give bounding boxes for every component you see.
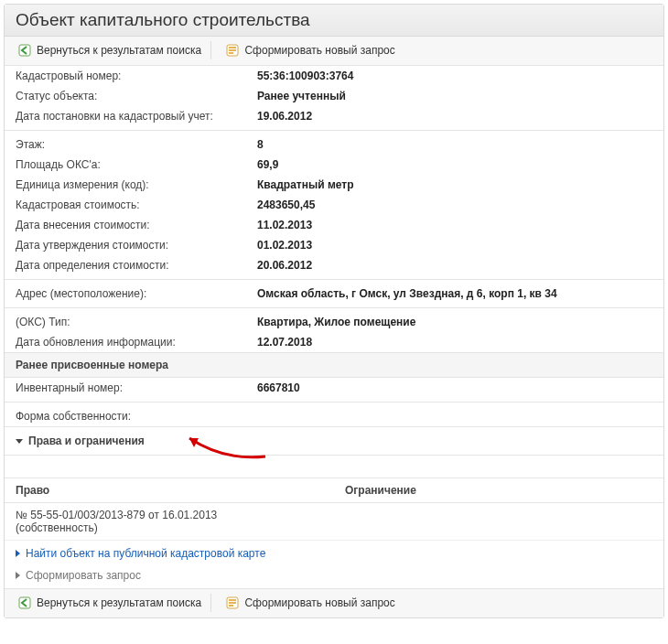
- fields-block2: Этаж:8 Площадь ОКС'а:69,9 Единица измере…: [5, 134, 663, 275]
- chevron-right-icon: [16, 572, 20, 579]
- divider: [5, 307, 663, 308]
- field-label: Форма собственности:: [5, 406, 246, 426]
- right-entry-number: № 55-55-01/003/2013-879 от 16.01.2013: [16, 509, 652, 521]
- field-row: Дата утверждения стоимости:01.02.2013: [5, 235, 663, 255]
- back-to-results-button[interactable]: Вернуться к результатам поиска: [12, 41, 211, 59]
- field-label: Кадастровый номер:: [5, 66, 246, 86]
- field-label: Адрес (местоположение):: [5, 284, 246, 304]
- toolbar-bottom: Вернуться к результатам поиска Сформиров…: [5, 588, 663, 617]
- new-request-label: Сформировать новый запрос: [244, 596, 394, 609]
- field-label: Дата определения стоимости:: [5, 255, 246, 275]
- right-entry: № 55-55-01/003/2013-879 от 16.01.2013 (с…: [5, 503, 663, 541]
- field-label: Дата внесения стоимости:: [5, 215, 246, 235]
- field-row: Единица измерения (код):Квадратный метр: [5, 175, 663, 195]
- field-value: Квартира, Жилое помещение: [246, 312, 663, 332]
- field-row: Площадь ОКС'а:69,9: [5, 155, 663, 175]
- title-bar: Объект капитального строительства: [5, 5, 663, 37]
- back-arrow-icon: [17, 596, 32, 610]
- section-previous-numbers: Ранее присвоенные номера: [5, 352, 663, 378]
- field-row: Дата обновления информации:12.07.2018: [5, 332, 663, 352]
- back-label: Вернуться к результатам поиска: [37, 596, 201, 609]
- links: Найти объект на публичной кадастровой ка…: [5, 541, 663, 588]
- field-label: Единица измерения (код):: [5, 175, 246, 195]
- divider: [5, 130, 663, 131]
- field-label: Дата утверждения стоимости:: [5, 235, 246, 255]
- accordion-rights[interactable]: Права и ограничения: [5, 426, 663, 455]
- divider: [5, 402, 663, 402]
- divider: [5, 279, 663, 280]
- field-value: 6667810: [246, 378, 663, 398]
- field-row: Форма собственности:: [5, 406, 663, 426]
- new-request-button[interactable]: Сформировать новый запрос: [220, 41, 404, 59]
- field-row: Инвентарный номер:6667810: [5, 378, 663, 398]
- field-value: 11.02.2013: [246, 215, 663, 235]
- field-label: (ОКС) Тип:: [5, 312, 246, 332]
- chevron-down-icon: [16, 439, 23, 444]
- right-entry-type: (собственность): [16, 521, 652, 534]
- field-value: 19.06.2012: [246, 106, 663, 126]
- chevron-right-icon: [16, 550, 20, 557]
- page-title: Объект капитального строительства: [16, 10, 652, 30]
- fields-main: Кадастровый номер:55:36:100903:3764 Стат…: [5, 66, 663, 126]
- field-row: Статус объекта:Ранее учтенный: [5, 86, 663, 106]
- back-to-results-button[interactable]: Вернуться к результатам поиска: [12, 594, 211, 612]
- toolbar-top: Вернуться к результатам поиска Сформиров…: [5, 37, 663, 66]
- rights-header-row: Право Ограничение: [5, 478, 663, 503]
- accordion-rights-label: Права и ограничения: [28, 435, 145, 447]
- field-row: Дата постановки на кадастровый учет:19.0…: [5, 106, 663, 126]
- field-value: 20.06.2012: [246, 255, 663, 275]
- field-row: Этаж:8: [5, 134, 663, 155]
- field-value: 55:36:100903:3764: [246, 66, 663, 86]
- field-value: [246, 406, 663, 426]
- field-label: Инвентарный номер:: [5, 378, 246, 398]
- spacer: [5, 455, 663, 478]
- field-row: Кадастровый номер:55:36:100903:3764: [5, 66, 663, 86]
- field-value: Квадратный метр: [246, 175, 663, 195]
- new-request-icon: [225, 596, 240, 610]
- new-request-icon: [225, 43, 240, 58]
- field-value: 2483650,45: [246, 195, 663, 215]
- field-value: 69,9: [246, 155, 663, 175]
- field-row: Адрес (местоположение):Омская область, г…: [5, 284, 663, 304]
- field-value: 8: [246, 134, 663, 155]
- back-label: Вернуться к результатам поиска: [37, 44, 201, 57]
- find-on-map-label: Найти объект на публичной кадастровой ка…: [26, 547, 265, 560]
- col-restriction: Ограничение: [334, 478, 663, 503]
- field-row: (ОКС) Тип:Квартира, Жилое помещение: [5, 312, 663, 332]
- new-request-button[interactable]: Сформировать новый запрос: [220, 594, 404, 612]
- field-label: Дата постановки на кадастровый учет:: [5, 106, 246, 126]
- field-label: Площадь ОКС'а:: [5, 155, 246, 175]
- field-value: Омская область, г Омск, ул Звездная, д 6…: [246, 284, 663, 304]
- field-row: Дата внесения стоимости:11.02.2013: [5, 215, 663, 235]
- fields-block3: Адрес (местоположение):Омская область, г…: [5, 284, 663, 304]
- rights-table: Право Ограничение № 55-55-01/003/2013-87…: [5, 478, 663, 541]
- field-label: Статус объекта:: [5, 86, 246, 106]
- field-value: 01.02.2013: [246, 235, 663, 255]
- field-label: Дата обновления информации:: [5, 332, 246, 352]
- field-row: Дата определения стоимости:20.06.2012: [5, 255, 663, 275]
- make-request-link[interactable]: Сформировать запрос: [5, 564, 663, 586]
- fields-prev-numbers: Инвентарный номер:6667810: [5, 378, 663, 398]
- field-value: 12.07.2018: [246, 332, 663, 352]
- object-card: Объект капитального строительства Вернут…: [4, 4, 664, 618]
- find-on-map-link[interactable]: Найти объект на публичной кадастровой ка…: [5, 542, 663, 564]
- field-row: Кадастровая стоимость:2483650,45: [5, 195, 663, 215]
- back-arrow-icon: [17, 43, 32, 58]
- fields-block4: (ОКС) Тип:Квартира, Жилое помещение Дата…: [5, 312, 663, 352]
- fields-ownership: Форма собственности:: [5, 406, 663, 426]
- field-value: Ранее учтенный: [246, 86, 663, 106]
- field-label: Кадастровая стоимость:: [5, 195, 246, 215]
- make-request-label: Сформировать запрос: [26, 569, 141, 582]
- col-right: Право: [5, 478, 334, 503]
- new-request-label: Сформировать новый запрос: [244, 44, 394, 57]
- field-label: Этаж:: [5, 134, 246, 155]
